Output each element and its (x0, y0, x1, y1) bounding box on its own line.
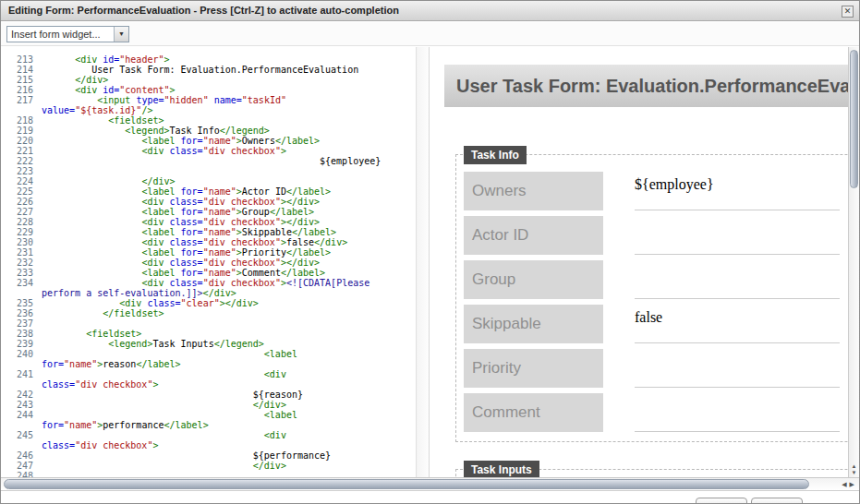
code-text: <div class="div_checkbox"></div> (42, 217, 416, 227)
line-number: 223 (1, 166, 42, 176)
scroll-up-icon[interactable]: ▲ (852, 463, 857, 469)
code-line: 234 <div class="div_checkbox"><![CDATA[P… (1, 278, 416, 288)
line-number: 227 (1, 207, 42, 217)
code-line: 233 <label for="name">Comment</label> (1, 268, 416, 278)
field-value: ${employee} (635, 172, 840, 210)
code-line: 226 <div class="div_checkbox"></div> (1, 197, 416, 207)
code-text: <label for="name">Actor ID</label> (42, 186, 416, 197)
vertical-scroll-arrows[interactable]: ▲ ▼ (849, 463, 859, 476)
preview-form-header: User Task Form: Evaluation.PerformanceEv… (444, 65, 848, 107)
field-label: Actor ID (464, 216, 603, 255)
form-preview-pane: User Task Form: Evaluation.PerformanceEv… (430, 47, 848, 477)
horizontal-scroll-thumb[interactable] (4, 479, 809, 489)
field-value (635, 260, 840, 299)
code-line: 242 ${reason} (1, 390, 416, 400)
horizontal-scrollbar[interactable]: ◀▶ (1, 477, 859, 491)
preview-fieldset: Task Inputs (455, 469, 848, 477)
code-text: </div> (42, 400, 416, 410)
code-text: <label for="name">Group</label> (42, 207, 416, 217)
code-line: 221 <div class="div_checkbox"> (1, 146, 416, 156)
preview-fieldsets: Task InfoOwners${employee}Actor IDGroupS… (455, 154, 848, 477)
line-number: 229 (1, 227, 42, 237)
dialog-titlebar: Editing Form: PerformanceEvaluation - Pr… (1, 1, 859, 21)
code-text (42, 166, 416, 176)
footer-button-2[interactable] (751, 498, 803, 504)
code-line: class="div_checkbox"> (1, 440, 416, 450)
code-line: 244 <label (1, 410, 416, 420)
field-label: Priority (464, 349, 603, 388)
line-number (1, 288, 42, 298)
code-line: 231 <label for="name">Priority</label> (1, 247, 416, 258)
line-number: 242 (1, 390, 42, 400)
code-text: ${reason} (42, 390, 416, 400)
code-text: <label (42, 349, 416, 359)
code-line: 214 User Task Form: Evaluation.Performan… (1, 65, 416, 75)
code-text: for="name">performance</label> (42, 420, 416, 430)
line-number: 216 (1, 85, 42, 95)
code-line: 227 <label for="name">Group</label> (1, 207, 416, 217)
code-text: <label for="name">Skippable</label> (42, 227, 416, 237)
code-text: for="name">reason</label> (42, 359, 416, 369)
code-text: <label for="name">Owners</label> (42, 136, 416, 146)
field-value (635, 393, 840, 432)
line-number: 221 (1, 146, 42, 156)
preview-row: Group (464, 260, 848, 299)
fieldset-legend: Task Info (464, 146, 527, 164)
chevron-down-icon[interactable]: ▼ (114, 27, 128, 42)
preview-row: Owners${employee} (464, 172, 848, 210)
code-line: 237 (1, 318, 416, 329)
editor-scrollbar[interactable] (416, 47, 430, 477)
line-number (1, 379, 42, 390)
code-text: </div> (42, 461, 416, 471)
code-text: perform a self-evaluation.]]></div> (42, 288, 416, 298)
field-label: Comment (464, 393, 603, 432)
code-line: 246 ${performance} (1, 450, 416, 461)
line-number: 226 (1, 197, 42, 207)
fieldset-legend: Task Inputs (464, 461, 539, 477)
code-text: <div class="div_checkbox"> (42, 146, 416, 156)
code-text: </fieldset> (42, 308, 416, 318)
field-value: false (635, 305, 840, 343)
preview-row: Skippablefalse (464, 305, 848, 343)
code-text: <label for="name">Comment</label> (42, 268, 416, 278)
code-line: 216 <div id="content"> (1, 85, 416, 95)
scroll-left-icon[interactable]: ◀ (842, 481, 849, 487)
line-number: 247 (1, 461, 42, 471)
line-number: 234 (1, 278, 42, 288)
line-number: 218 (1, 115, 42, 126)
insert-widget-dropdown[interactable]: Insert form widget... ▼ (6, 26, 129, 42)
close-icon[interactable]: ✕ (842, 6, 854, 18)
dialog-footer (1, 492, 859, 504)
code-line: 243 </div> (1, 400, 416, 410)
code-line: 224 </div> (1, 176, 416, 186)
code-line: 225 <label for="name">Actor ID</label> (1, 186, 416, 197)
code-text: </div> (42, 176, 416, 186)
scroll-down-icon[interactable]: ▼ (852, 470, 857, 475)
line-number: 243 (1, 400, 42, 410)
code-text: <legend>Task Inputs</legend> (42, 339, 416, 349)
code-text: <div class="div_checkbox"></div> (42, 197, 416, 207)
field-label: Group (464, 260, 603, 299)
editor-toolbar: Insert form widget... ▼ (1, 22, 859, 46)
horizontal-scroll-arrows[interactable]: ◀▶ (842, 478, 857, 490)
code-line: for="name">performance</label> (1, 420, 416, 430)
code-line: 219 <legend>Task Info</legend> (1, 126, 416, 136)
code-text: <div class="div_checkbox">false</div> (42, 237, 416, 247)
footer-button-1[interactable] (696, 498, 747, 504)
split-pane: 213 <div id="header">214 User Task Form:… (1, 47, 859, 477)
code-editor[interactable]: 213 <div id="header">214 User Task Form:… (1, 47, 416, 477)
code-text: value="${task.id}"/> (42, 105, 416, 115)
line-number: 213 (1, 54, 42, 65)
code-text: <legend>Task Info</legend> (42, 126, 416, 136)
vertical-scroll-thumb[interactable] (850, 50, 858, 188)
form-editor-dialog: Editing Form: PerformanceEvaluation - Pr… (0, 0, 860, 504)
line-number: 237 (1, 318, 42, 329)
preview-vertical-scrollbar[interactable]: ▲ ▼ (848, 47, 859, 477)
code-line: 222 ${employee} (1, 156, 416, 166)
preview-fieldset: Task InfoOwners${employee}Actor IDGroupS… (455, 154, 848, 442)
code-text: <div id="header"> (42, 54, 416, 65)
line-number: 248 (1, 471, 42, 477)
line-number: 239 (1, 339, 42, 349)
field-value (635, 349, 840, 388)
scroll-right-icon[interactable]: ▶ (850, 481, 857, 487)
